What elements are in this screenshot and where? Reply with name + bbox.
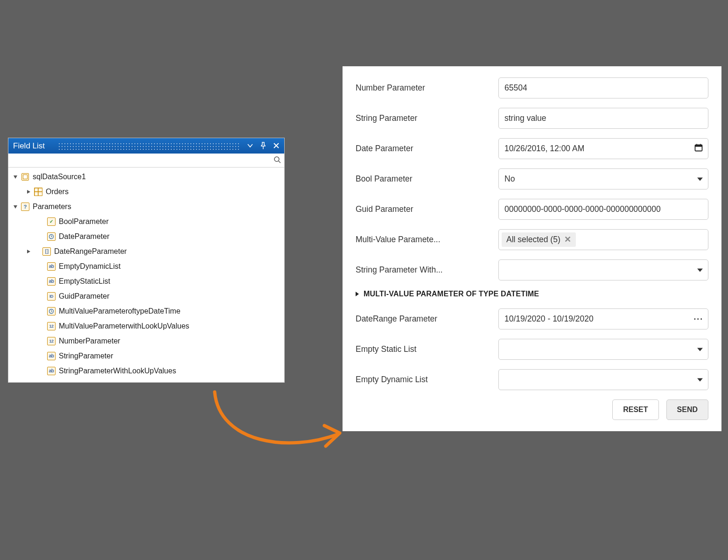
field-list-titlebar[interactable]: Field List xyxy=(8,138,284,154)
collapse-icon[interactable] xyxy=(356,292,359,296)
param-label: StringParameter xyxy=(58,352,113,360)
tree-node-orders[interactable]: Orders xyxy=(8,184,284,199)
tree-node-string-parameter[interactable]: StringParameter xyxy=(8,349,284,364)
tree-node-bool-parameter[interactable]: BoolParameter xyxy=(8,214,284,229)
string-parameter-field[interactable] xyxy=(498,108,708,129)
bool-parameter-value: No xyxy=(504,174,515,184)
number-parameter-field[interactable] xyxy=(498,77,708,98)
param-label: DateParameter xyxy=(58,232,110,241)
bool-parameter-label: Bool Parameter xyxy=(356,174,491,184)
chevron-down-icon[interactable] xyxy=(697,344,703,354)
parameters-label: Parameters xyxy=(32,203,71,211)
empty-dynamic-label: Empty Dynamic List xyxy=(356,375,491,385)
multivalue-parameter-field[interactable]: All selected (5) ✕ xyxy=(498,229,708,250)
table-icon xyxy=(34,187,43,196)
close-icon[interactable] xyxy=(271,140,281,151)
expand-icon[interactable] xyxy=(25,189,32,195)
param-label: BoolParameter xyxy=(58,217,109,226)
date-parameter-field[interactable]: 10/26/2016, 12:00 AM xyxy=(498,138,708,159)
chevron-down-icon[interactable] xyxy=(697,375,703,385)
tree-node-empty-static-list[interactable]: EmptyStaticList xyxy=(8,274,284,289)
empty-static-label: Empty Static List xyxy=(356,344,491,354)
ellipsis-icon[interactable]: ··· xyxy=(693,314,703,324)
section-multivalue-datetime[interactable]: MULTI-VALUE PARAMETER OF TYPE DATETIME xyxy=(356,290,708,298)
search-input[interactable] xyxy=(11,155,273,166)
tree-node-datasource[interactable]: sqlDataSource1 xyxy=(8,169,284,184)
tree-node-date-parameter[interactable]: DateParameter xyxy=(8,229,284,244)
string-lookup-select[interactable] xyxy=(498,259,708,280)
string-icon xyxy=(47,351,56,361)
bool-icon xyxy=(47,217,56,226)
param-label: DateRangeParameter xyxy=(53,247,127,256)
tree-node-parameters[interactable]: Parameters xyxy=(8,199,284,214)
number-icon xyxy=(47,336,56,346)
guid-parameter-field[interactable] xyxy=(498,199,708,220)
send-button[interactable]: SEND xyxy=(666,399,708,420)
reset-button[interactable]: RESET xyxy=(612,399,658,420)
chevron-down-icon[interactable] xyxy=(697,174,703,184)
empty-static-select[interactable] xyxy=(498,339,708,360)
clock-icon xyxy=(47,232,56,241)
clock-icon xyxy=(47,307,56,316)
field-list-title: Field List xyxy=(13,141,45,151)
param-row-empty-dynamic: Empty Dynamic List xyxy=(356,369,708,390)
pin-icon[interactable] xyxy=(258,140,268,151)
param-label: MultiValueParameteroftypeDateTime xyxy=(58,307,181,315)
chip-remove-icon[interactable]: ✕ xyxy=(564,235,571,245)
titlebar-grip[interactable] xyxy=(59,143,240,150)
guid-parameter-label: Guid Parameter xyxy=(356,204,491,214)
expand-icon[interactable] xyxy=(12,203,19,210)
param-label: MultiValueParameterwithLookUpValues xyxy=(58,322,189,330)
string-icon xyxy=(47,366,56,376)
param-row-bool: Bool Parameter No xyxy=(356,168,708,189)
calendar-icon[interactable] xyxy=(694,143,703,154)
param-label: NumberParameter xyxy=(58,337,120,345)
date-parameter-value: 10/26/2016, 12:00 AM xyxy=(504,144,584,154)
string-icon xyxy=(47,262,56,271)
string-icon xyxy=(47,277,56,286)
chevron-down-icon[interactable] xyxy=(697,265,703,275)
multivalue-parameter-label: Multi-Value Paramete... xyxy=(356,235,491,245)
tree-node-empty-dynamic-list[interactable]: EmptyDynamicList xyxy=(8,259,284,274)
tree-node-multivalue-datetime[interactable]: MultiValueParameteroftypeDateTime xyxy=(8,304,284,319)
number-parameter-input[interactable] xyxy=(504,83,702,93)
tree-node-daterange-parameter[interactable]: DateRangeParameter xyxy=(8,244,284,259)
tree-node-number-parameter[interactable]: NumberParameter xyxy=(8,334,284,349)
parameters-panel: Number Parameter String Parameter Date P… xyxy=(343,66,721,431)
daterange-value: 10/19/2020 - 10/19/2020 xyxy=(504,314,594,324)
daterange-label: DateRange Parameter xyxy=(356,314,491,324)
param-row-daterange: DateRange Parameter 10/19/2020 - 10/19/2… xyxy=(356,308,708,329)
param-row-number: Number Parameter xyxy=(356,77,708,98)
svg-rect-5 xyxy=(695,145,702,147)
parameters-icon xyxy=(21,202,30,211)
expand-icon[interactable] xyxy=(25,248,32,255)
arrow-illustration xyxy=(205,387,355,462)
bool-parameter-select[interactable]: No xyxy=(498,168,708,189)
daterange-field[interactable]: 10/19/2020 - 10/19/2020 ··· xyxy=(498,308,708,329)
expand-icon[interactable] xyxy=(12,174,19,180)
param-row-string-lookup: String Parameter With... xyxy=(356,259,708,280)
string-parameter-label: String Parameter xyxy=(356,113,491,123)
tree-node-guid-parameter[interactable]: GuidParameter xyxy=(8,289,284,304)
empty-dynamic-select[interactable] xyxy=(498,369,708,390)
datasource-label: sqlDataSource1 xyxy=(32,173,86,181)
date-parameter-label: Date Parameter xyxy=(356,144,491,154)
tree-node-string-parameter-lookup[interactable]: StringParameterWithLookUpValues xyxy=(8,364,284,378)
tree-node-multivalue-lookup[interactable]: MultiValueParameterwithLookUpValues xyxy=(8,319,284,334)
number-parameter-label: Number Parameter xyxy=(356,83,491,93)
search-icon[interactable] xyxy=(273,156,281,165)
multivalue-chip[interactable]: All selected (5) ✕ xyxy=(502,232,576,247)
string-parameter-input[interactable] xyxy=(504,113,702,123)
dropdown-icon[interactable] xyxy=(245,140,255,151)
button-row: RESET SEND xyxy=(356,399,708,420)
section-title: MULTI-VALUE PARAMETER OF TYPE DATETIME xyxy=(364,290,539,298)
param-row-empty-static: Empty Static List xyxy=(356,339,708,360)
number-icon xyxy=(47,322,56,331)
id-icon xyxy=(47,292,56,301)
param-label: EmptyStaticList xyxy=(58,277,110,286)
param-row-multivalue: Multi-Value Paramete... All selected (5)… xyxy=(356,229,708,250)
guid-parameter-input[interactable] xyxy=(504,204,702,214)
svg-line-1 xyxy=(279,161,280,163)
string-lookup-label: String Parameter With... xyxy=(356,265,491,275)
param-row-date: Date Parameter 10/26/2016, 12:00 AM xyxy=(356,138,708,159)
